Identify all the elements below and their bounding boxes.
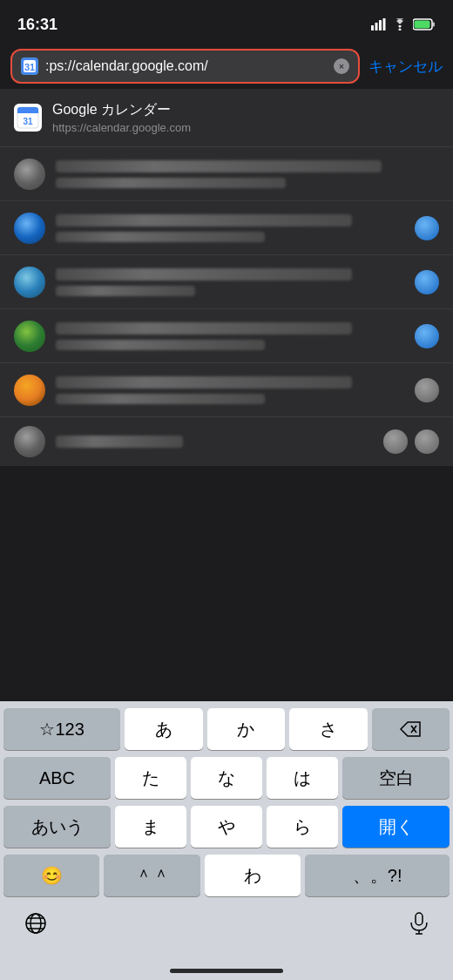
svg-text:31: 31 [24,62,35,72]
blurred-subtitle-3 [56,286,195,296]
status-icons [371,18,436,30]
blurred-subtitle-5 [56,394,265,404]
kb-key-a[interactable]: あ [125,708,202,750]
status-time: 16:31 [17,16,57,34]
svg-rect-23 [416,913,423,925]
kb-row-4: 😊 ＾＾ わ 、。?! [3,855,450,896]
blurred-right-icon-6a [383,429,408,454]
status-bar: 16:31 [0,0,453,44]
top-result[interactable]: 31 Google カレンダー https://calendar.google.… [0,89,453,147]
blurred-content-6 [56,436,373,448]
svg-rect-6 [433,23,436,27]
blurred-content-1 [56,160,439,188]
blurred-content-3 [56,268,404,296]
url-text: :ps://calendar.google.com/ [45,58,327,74]
kb-key-punct[interactable]: 、。?! [305,855,450,896]
backspace-icon [400,721,421,737]
svg-text:31: 31 [23,117,33,126]
blurred-icon-3 [14,267,45,298]
blurred-right-icon-4 [415,324,439,348]
signal-icon [371,18,387,30]
keyboard-rows: ☆123 あ か さ [0,708,453,896]
svg-rect-0 [371,25,374,30]
battery-icon [413,18,436,30]
kb-key-space[interactable]: 空白 [342,757,450,799]
mic-button[interactable] [402,909,436,943]
kb-row-2: ABC た な は 空白 [3,757,450,799]
blurred-icon-2 [14,213,45,244]
svg-rect-14 [17,111,38,113]
blurred-result-6[interactable] [0,417,453,466]
blurred-title-2 [56,214,352,226]
blurred-result-5[interactable] [0,363,453,417]
kb-key-emoji[interactable]: 😊 [3,855,99,896]
blurred-content-4 [56,322,404,350]
kb-key-backspace[interactable] [372,708,450,750]
blurred-icon-1 [14,159,45,190]
blurred-content-5 [56,376,404,404]
kb-key-caret[interactable]: ＾＾ [104,855,199,896]
blurred-title-1 [56,160,382,172]
kb-key-ya[interactable]: や [191,806,262,848]
search-results: 31 Google カレンダー https://calendar.google.… [0,89,453,466]
globe-icon [24,912,47,935]
kb-key-wa[interactable]: わ [205,855,301,896]
blurred-right-icon-6b [415,429,439,454]
kb-bottom-row [0,903,453,950]
kb-row-1: ☆123 あ か さ [3,708,450,750]
kb-key-sa[interactable]: さ [289,708,367,750]
wifi-icon [392,18,408,30]
result-text-calendar: Google カレンダー https://calendar.google.com [52,101,439,134]
blurred-content-2 [56,214,404,242]
svg-rect-2 [379,20,382,30]
blurred-right-icon-3 [415,270,439,294]
kb-key-ma[interactable]: ま [115,806,186,848]
home-bar [170,969,283,973]
kb-key-ka[interactable]: か [207,708,285,750]
blurred-right-icon-2 [415,216,439,240]
globe-button[interactable] [17,909,54,943]
kb-key-ra[interactable]: ら [267,806,338,848]
url-bar-container[interactable]: 31 :ps://calendar.google.com/ × [10,49,360,84]
kb-row-3: あいう ま や ら 開く [3,806,450,848]
result-favicon-calendar: 31 [14,104,42,132]
blurred-result-1[interactable] [0,147,453,201]
kb-key-ha[interactable]: は [267,757,338,799]
blurred-title-3 [56,268,352,280]
kb-key-open[interactable]: 開く [342,806,450,848]
blurred-subtitle-2 [56,232,265,242]
home-indicator [0,950,453,980]
kb-key-sym[interactable]: ☆123 [3,708,120,750]
blurred-icon-4 [14,321,45,352]
app-container: 16:31 [0,0,453,980]
blurred-icon-6 [14,426,45,457]
svg-rect-3 [383,18,386,30]
svg-rect-1 [375,23,378,30]
svg-rect-7 [415,21,430,29]
blurred-title-6 [56,436,183,448]
kb-key-aiue[interactable]: あいう [3,806,111,848]
blurred-subtitle-4 [56,340,265,350]
blurred-result-2[interactable] [0,201,453,255]
blurred-title-4 [56,322,352,335]
blurred-title-5 [56,376,352,389]
url-bar-row: 31 :ps://calendar.google.com/ × キャンセル [0,44,453,89]
url-clear-button[interactable]: × [334,58,349,74]
mic-icon [409,912,429,935]
result-title-calendar: Google カレンダー [52,101,439,119]
partial-row-right [383,429,439,454]
svg-point-4 [399,29,402,31]
keyboard: ☆123 あ か さ [0,701,453,980]
blurred-subtitle-1 [56,178,286,188]
blurred-right-icon-5 [415,378,439,402]
result-url-calendar: https://calendar.google.com [52,121,439,134]
kb-key-ta[interactable]: た [115,757,186,799]
blurred-result-3[interactable] [0,255,453,309]
url-favicon: 31 [21,57,38,75]
kb-key-na[interactable]: な [191,757,262,799]
kb-key-abc[interactable]: ABC [3,757,111,799]
cancel-button[interactable]: キャンセル [368,57,443,77]
blurred-icon-5 [14,375,45,406]
blurred-result-4[interactable] [0,309,453,363]
